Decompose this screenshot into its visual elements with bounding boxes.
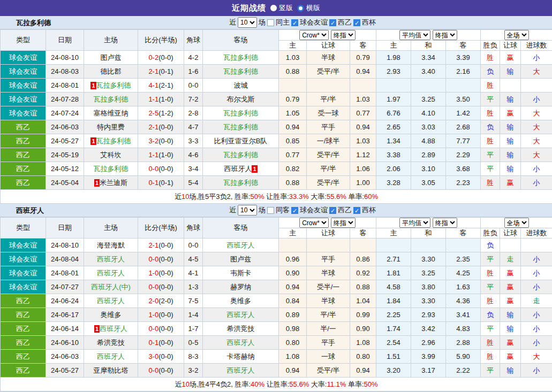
odds-source-select-1-1[interactable]: 终指 (433, 218, 457, 228)
match-date: 24-08-10 (46, 51, 84, 65)
home-team-name: 特内里费 (97, 123, 125, 131)
odds-home: 0.79 (279, 93, 307, 106)
recent-count-select[interactable]: 10 (238, 17, 257, 28)
radio-unselected-icon[interactable] (270, 5, 277, 11)
home-team: 西班牙人 (84, 294, 138, 308)
same-venue-checkbox[interactable] (267, 207, 274, 214)
avg-home: 4.58 (376, 280, 411, 294)
halftime-score: (1-0) (158, 151, 173, 159)
result-handicap: 赢 (500, 266, 521, 280)
result-goals: 大 (521, 65, 552, 79)
match-type-cell: 西乙 (1, 308, 46, 322)
avg-home: 3.38 (376, 148, 411, 162)
sub-header-0-2: 客 (350, 228, 376, 239)
avg-draw: 3.30 (411, 294, 446, 308)
match-type-cell: 西乙 (1, 294, 46, 308)
home-team: 艾科坎 (84, 148, 138, 162)
result-handicap: 输 (500, 120, 521, 134)
result-outcome: 负 (481, 239, 500, 252)
match-row: 球会友谊24-08-10图卢兹0-2(0-0)4-2瓦拉多利德1.03半球0.7… (1, 51, 552, 65)
away-team: 西班牙人 (203, 308, 279, 322)
odds-source-select-1-1[interactable]: 终指 (433, 30, 457, 40)
match-date: 24-08-03 (46, 65, 84, 79)
corner-score: 1-4 (184, 308, 203, 322)
score-cell: 2-0(2-0) (138, 294, 184, 308)
filter-checkbox-2[interactable]: ✓ (353, 19, 360, 26)
games-label: 场 (259, 18, 266, 27)
match-date: 24-05-04 (46, 176, 84, 190)
odds-source-select-0-0[interactable]: Crow* (299, 30, 329, 40)
home-team: 西班牙人 (84, 350, 138, 364)
avg-home: 2.54 (376, 336, 411, 350)
away-team-name: 西班牙人 (227, 339, 255, 347)
home-team: 德比郡 (84, 65, 138, 79)
avg-draw: 3.05 (411, 176, 446, 190)
col-header-5: 客场 (203, 30, 279, 51)
odds-handicap: 半球 (307, 51, 350, 65)
layout-radio-horizontal[interactable]: 横版 (297, 3, 320, 13)
odds-source-select-0-1[interactable]: 终指 (331, 30, 356, 40)
corner-score: 1-7 (184, 322, 203, 336)
filter-label-2: 西杯 (362, 205, 376, 215)
fulltime-score: 2-1 (148, 123, 158, 131)
odds-source-select-2-0[interactable]: 全场 (504, 30, 529, 40)
sub-header-2-0: 胜负 (481, 41, 500, 51)
match-date: 24-08-01 (46, 266, 84, 280)
odds-handicap: 受一球 (307, 106, 350, 120)
away-team: 韦斯卡 (203, 266, 279, 280)
filter-checkbox-1[interactable]: ✓ (329, 19, 336, 26)
match-date: 24-07-27 (46, 280, 84, 294)
home-team: 西班牙人 (84, 252, 138, 266)
filter-checkbox-1[interactable]: ✓ (329, 207, 336, 214)
odds-source-select-2-0[interactable]: 全场 (504, 218, 529, 228)
score-cell: 3-0(0-0) (138, 350, 184, 364)
odds-home: 0.82 (279, 162, 307, 176)
score-cell: 0-1(0-0) (138, 336, 184, 350)
avg-away: 2.29 (446, 148, 481, 162)
odds-source-select-0-1[interactable]: 终指 (331, 218, 356, 228)
match-type-cell: 球会友谊 (1, 280, 46, 294)
match-row: 球会友谊24-08-04西班牙人0-0(0-0)4-5图卢兹0.96平手0.86… (1, 252, 552, 266)
fulltime-score: 0-1 (148, 179, 158, 187)
corner-score: 2-8 (184, 106, 203, 120)
home-team-name: 海登海默 (97, 241, 125, 249)
avg-away: 1.63 (446, 280, 481, 294)
odds-source-select-1-0[interactable]: 平均值 (399, 218, 430, 228)
corner-score: 4-5 (184, 252, 203, 266)
result-outcome: 平 (481, 93, 500, 106)
layout-radio-vertical[interactable]: 竖版 (270, 3, 293, 13)
near-label: 近 (229, 205, 236, 215)
odds-home: 0.88 (279, 65, 307, 79)
result-outcome: 胜 (481, 336, 500, 350)
match-row: 西乙24-06-17奥维多1-0(0-0)1-4西班牙人0.89平/半0.992… (1, 308, 552, 322)
sub-header-1-1: 和 (411, 41, 446, 51)
home-team-name: 西班牙人 (97, 297, 125, 305)
odds-home: 0.94 (279, 364, 307, 378)
filter-checkbox-2[interactable]: ✓ (353, 207, 360, 214)
home-team-name: 西班牙人 (97, 255, 125, 263)
filter-checkbox-0[interactable]: ✓ (291, 207, 298, 214)
recent-count-select[interactable]: 10 (238, 205, 257, 216)
home-team: 1米兰迪斯 (84, 176, 138, 190)
away-team: 西班牙人1 (203, 162, 279, 176)
match-row: 球会友谊24-08-10海登海默2-1(0-0)0-0西班牙人负 (1, 239, 552, 252)
score-cell: 0-0(0-0) (138, 162, 184, 176)
title-bar: 近期战绩 竖版 横版 (0, 0, 552, 16)
away-team-name: 图卢兹 (230, 255, 251, 263)
fulltime-score: 3-2 (148, 137, 158, 145)
sub-header-2-1: 让球 (500, 228, 521, 239)
result-handicap (500, 239, 521, 252)
summary-segment: 让胜率: (264, 193, 289, 201)
result-handicap: 赢 (500, 280, 521, 294)
team-section-espanyol: 西班牙人 近10场同客✓球会友谊✓西乙✓西杯 类型日期主场比分(半场)角球客场C… (0, 204, 552, 391)
fulltime-score: 0-0 (148, 255, 158, 263)
sub-header-1-0: 主 (376, 41, 411, 51)
corner-score: 0-0 (184, 79, 203, 93)
match-date: 24-05-12 (46, 162, 84, 176)
same-venue-checkbox[interactable] (267, 19, 274, 26)
filter-checkbox-0[interactable]: ✓ (291, 19, 298, 26)
odds-source-select-0-0[interactable]: Crow* (299, 218, 329, 228)
radio-selected-icon[interactable] (297, 5, 304, 12)
odds-handicap: 平手 (307, 336, 350, 350)
odds-source-select-1-0[interactable]: 平均值 (399, 30, 430, 40)
